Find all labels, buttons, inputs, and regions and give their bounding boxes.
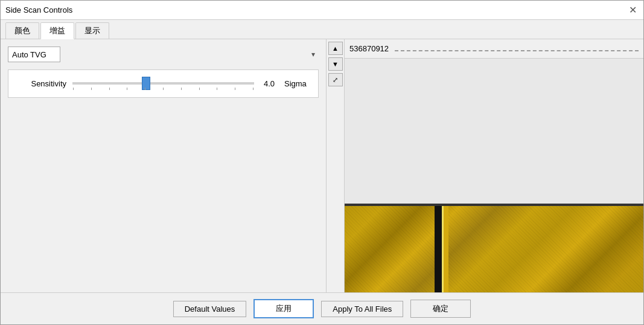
tick — [91, 88, 92, 90]
tick — [127, 88, 127, 90]
right-panel: ▲ ▼ ⤢ 536870912 — [327, 39, 643, 292]
content-area: Auto TVG Manual TVG No TVG Sensitivity — [1, 39, 643, 292]
tvg-dropdown-wrapper: Auto TVG Manual TVG No TVG — [8, 47, 319, 62]
sensitivity-label: Sensitivity — [18, 79, 66, 88]
apply-button[interactable]: 应用 — [253, 299, 314, 318]
sonar-file-id: 536870912 — [349, 44, 389, 53]
sensitivity-box: Sensitivity — [8, 69, 319, 98]
tick — [181, 88, 182, 90]
tab-display[interactable]: 显示 — [75, 22, 109, 39]
window-title: Side Scan Controls — [5, 5, 72, 14]
bottom-bar: Default Values 应用 Apply To All Files 确定 — [1, 292, 643, 324]
tick — [109, 88, 110, 90]
scroll-up-button[interactable]: ▲ — [328, 42, 343, 55]
tick — [145, 88, 145, 90]
tick — [199, 88, 200, 90]
slider-wrapper — [72, 77, 254, 90]
tvg-dropdown-row: Auto TVG Manual TVG No TVG — [8, 47, 319, 62]
tab-gain[interactable]: 增益 — [40, 22, 74, 39]
nadir-center — [444, 206, 448, 292]
sigma-label: Sigma — [284, 79, 308, 88]
sonar-header: 536870912 — [345, 39, 643, 59]
left-panel: Auto TVG Manual TVG No TVG Sensitivity — [1, 39, 327, 292]
sensitivity-row: Sensitivity — [18, 77, 308, 90]
confirm-button[interactable]: 确定 — [410, 300, 471, 318]
title-bar: Side Scan Controls ✕ — [1, 1, 643, 20]
scroll-down-button[interactable]: ▼ — [328, 57, 343, 71]
sonar-image — [345, 206, 643, 292]
apply-to-all-button[interactable]: Apply To All Files — [321, 301, 403, 317]
sonar-canvas — [345, 206, 643, 292]
tvg-dropdown[interactable]: Auto TVG Manual TVG No TVG — [8, 47, 60, 62]
sonar-top-area — [345, 59, 643, 204]
tab-bar: 颜色 增益 显示 — [1, 20, 643, 39]
view-area: 536870912 — [345, 39, 643, 292]
tick — [217, 88, 217, 90]
nadir-left — [435, 206, 442, 292]
dash-line — [395, 50, 639, 51]
sensitivity-slider[interactable] — [72, 82, 254, 85]
tick — [73, 88, 74, 90]
default-values-button[interactable]: Default Values — [173, 301, 247, 317]
tab-color[interactable]: 颜色 — [5, 22, 39, 39]
tick — [235, 88, 235, 90]
scroll-controls: ▲ ▼ ⤢ — [327, 39, 345, 292]
expand-button[interactable]: ⤢ — [328, 73, 343, 86]
close-button[interactable]: ✕ — [626, 4, 639, 16]
spacer — [8, 103, 319, 285]
tick — [163, 88, 164, 90]
sensitivity-value: 4.0 — [260, 79, 278, 88]
main-window: Side Scan Controls ✕ 颜色 增益 显示 Auto TVG M… — [0, 0, 644, 325]
tick — [253, 88, 253, 90]
